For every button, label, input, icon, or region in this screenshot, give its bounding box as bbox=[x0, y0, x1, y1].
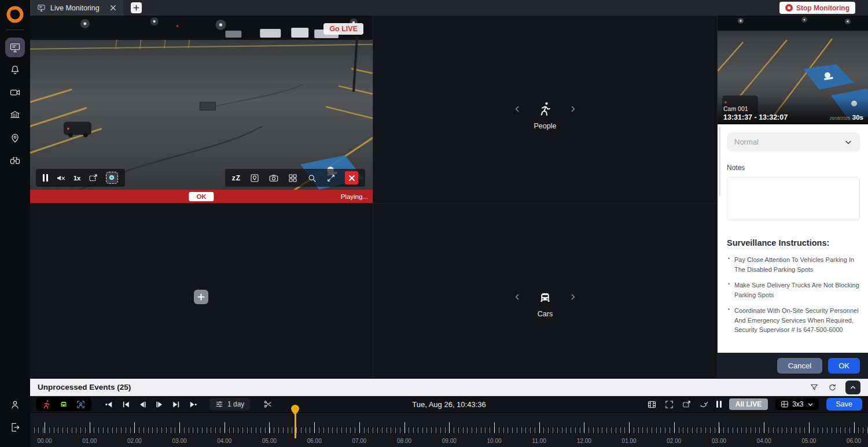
pause-playback-button[interactable] bbox=[716, 401, 722, 408]
sidebar bbox=[0, 0, 30, 447]
filter-funnel-icon[interactable] bbox=[810, 383, 819, 392]
gesture-confirm-icon[interactable] bbox=[699, 400, 709, 409]
skip-to-end-button[interactable] bbox=[172, 400, 181, 409]
snapshot-camera-button[interactable] bbox=[269, 173, 279, 183]
pause-icon[interactable] bbox=[43, 174, 48, 182]
collapse-events-button[interactable] bbox=[845, 380, 860, 394]
sidebar-item-sites[interactable] bbox=[5, 105, 25, 125]
instruction-item: Pay Close Attention To Vehicles Parking … bbox=[727, 255, 860, 274]
person-detection-icon[interactable] bbox=[42, 400, 52, 409]
cars-event-selector: Cars bbox=[514, 289, 577, 318]
instruction-item: Make Sure Delivery Trucks Are Not Blocki… bbox=[727, 280, 860, 300]
save-button[interactable]: Save bbox=[826, 398, 863, 411]
tab-title: Live Monitoring bbox=[50, 4, 100, 12]
mute-icon[interactable] bbox=[56, 173, 66, 183]
alert-ok-button[interactable]: OK bbox=[189, 192, 214, 201]
video-tile-cars[interactable]: Cars bbox=[373, 204, 718, 379]
timeline-label: 08.00 bbox=[397, 438, 411, 444]
event-category-select[interactable]: Normal bbox=[727, 132, 860, 152]
refresh-icon[interactable] bbox=[827, 383, 837, 392]
clip-scissors-button[interactable] bbox=[263, 400, 273, 409]
timeline-label: 02.00 bbox=[667, 438, 681, 444]
chevron-left-icon[interactable] bbox=[514, 105, 521, 113]
filmstrip-icon[interactable] bbox=[647, 400, 657, 409]
step-back-button[interactable] bbox=[138, 400, 147, 409]
playback-speed-button[interactable]: 1x bbox=[73, 175, 80, 182]
playback-right-controls: All LIVE 3x3 Save bbox=[647, 398, 862, 411]
all-live-button[interactable]: All LIVE bbox=[729, 398, 768, 410]
time-range-button[interactable]: 1 day bbox=[209, 398, 250, 411]
grid-layout-button[interactable] bbox=[288, 173, 298, 183]
sidebar-divider bbox=[6, 29, 24, 30]
sidebar-item-investigate[interactable] bbox=[5, 150, 25, 170]
timeline-label: 01.00 bbox=[622, 438, 637, 444]
new-tab-button[interactable] bbox=[131, 2, 142, 13]
close-video-button[interactable] bbox=[345, 171, 358, 184]
people-label: People bbox=[534, 122, 557, 130]
unprocessed-events-bar: Unprocessed Events (25) bbox=[30, 379, 868, 396]
fullscreen-expand-button[interactable] bbox=[326, 173, 336, 183]
review-footer: Cancel OK bbox=[718, 353, 868, 379]
timeline-label: 03.00 bbox=[712, 438, 726, 444]
snapshot-frame-icon[interactable] bbox=[88, 173, 98, 183]
video-controls-right: zZ bbox=[225, 169, 365, 187]
notes-textarea[interactable] bbox=[727, 177, 860, 220]
grid-layout-select[interactable]: 3x3 bbox=[775, 398, 818, 410]
video-camera-icon bbox=[9, 87, 21, 98]
video-tile-people[interactable]: People bbox=[373, 16, 718, 204]
building-icon bbox=[9, 109, 21, 121]
sidebar-item-cameras[interactable] bbox=[5, 83, 25, 102]
event-clip-preview[interactable]: Cam 001 13:31:37 - 13:32:07 26/08/2025 3… bbox=[718, 16, 868, 124]
stop-monitoring-button[interactable]: Stop Monitoring bbox=[779, 2, 855, 14]
playhead-line bbox=[295, 414, 296, 438]
event-camera-name: Cam 001 bbox=[723, 105, 748, 112]
timeline[interactable]: 00.0001.0002.0003.0004.0005.0006.0007.00… bbox=[30, 412, 868, 447]
sidebar-item-map[interactable] bbox=[5, 128, 25, 147]
face-detection-icon[interactable] bbox=[76, 400, 86, 409]
map-location-button[interactable] bbox=[249, 173, 260, 183]
tab-bar: Live Monitoring Stop Monitoring bbox=[30, 0, 868, 16]
video-controls-left: 1x bbox=[36, 169, 125, 187]
car-detection-icon[interactable] bbox=[58, 399, 69, 409]
sleep-mode-button[interactable]: zZ bbox=[232, 174, 241, 182]
next-event-button[interactable] bbox=[189, 400, 197, 409]
instruction-item: Coordinate With On-Site Security Personn… bbox=[727, 306, 860, 335]
alert-status-text: Playing... bbox=[341, 193, 368, 200]
ok-button[interactable]: OK bbox=[828, 358, 860, 374]
alert-bar: OK Playing... bbox=[30, 190, 373, 203]
instructions-title: Surveillance Instructions: bbox=[727, 238, 860, 247]
events-actions bbox=[810, 380, 860, 394]
sidebar-item-account[interactable] bbox=[5, 395, 25, 415]
cars-label: Cars bbox=[538, 310, 553, 318]
sidebar-item-live-monitoring[interactable] bbox=[5, 38, 25, 57]
video-tile-main[interactable]: Go LIVE 1x zZ bbox=[30, 16, 373, 204]
chevron-down-icon bbox=[807, 401, 814, 408]
zoom-search-button[interactable] bbox=[307, 173, 317, 183]
tab-live-monitoring[interactable]: Live Monitoring bbox=[30, 0, 123, 16]
add-camera-button[interactable] bbox=[194, 290, 208, 304]
app-window: Live Monitoring Stop Monitoring bbox=[0, 0, 868, 447]
plus-icon bbox=[197, 293, 205, 301]
sliders-icon bbox=[215, 400, 223, 408]
go-live-button[interactable]: Go LIVE bbox=[323, 23, 363, 35]
tab-close-icon[interactable] bbox=[110, 5, 116, 11]
chevron-left-icon[interactable] bbox=[514, 293, 521, 301]
timeline-minor-ticks bbox=[30, 427, 868, 433]
export-frame-icon[interactable] bbox=[682, 400, 692, 409]
timeline-label: 06.00 bbox=[847, 438, 861, 444]
chevron-right-icon[interactable] bbox=[569, 293, 577, 301]
auto-track-toggle[interactable] bbox=[106, 172, 118, 184]
fullscreen-icon[interactable] bbox=[664, 400, 674, 409]
detection-filter-pill bbox=[36, 397, 91, 411]
sidebar-item-alerts[interactable] bbox=[5, 60, 25, 80]
cancel-button[interactable]: Cancel bbox=[777, 358, 822, 374]
step-forward-button[interactable] bbox=[155, 400, 164, 409]
chevron-right-icon[interactable] bbox=[569, 105, 577, 113]
skip-to-start-button[interactable] bbox=[122, 400, 130, 409]
scrollbar-track[interactable] bbox=[719, 127, 720, 196]
sidebar-item-logout[interactable] bbox=[5, 418, 25, 437]
previous-event-button[interactable] bbox=[105, 400, 113, 409]
map-pin-icon bbox=[9, 132, 21, 143]
video-tile-empty[interactable] bbox=[30, 204, 373, 379]
binoculars-icon bbox=[9, 154, 21, 166]
